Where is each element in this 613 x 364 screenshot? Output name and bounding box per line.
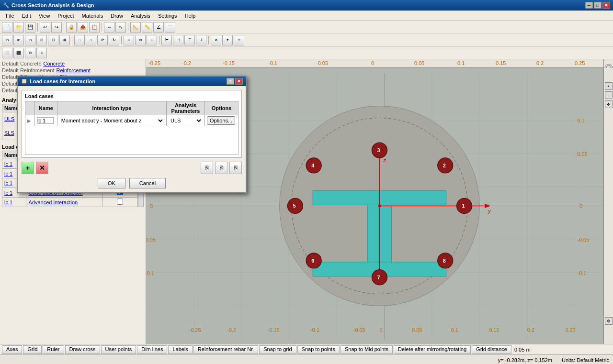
- labels-button[interactable]: Labels: [168, 345, 192, 354]
- dialog-close-button[interactable]: ✕: [235, 78, 243, 85]
- menu-analysis[interactable]: Analysis: [127, 12, 154, 20]
- tb2-btn17[interactable]: ⊥: [196, 35, 206, 45]
- lc-row4-type[interactable]: Advanced interaction: [26, 198, 102, 207]
- snap-mid-button[interactable]: Snap to Mid points: [341, 345, 393, 354]
- dialog-cancel-button[interactable]: Cancel: [129, 178, 166, 188]
- lc-row4-checkbox[interactable]: [117, 199, 123, 205]
- tb2-btn11[interactable]: ⊕: [124, 35, 134, 45]
- undo-button[interactable]: ↩: [40, 22, 50, 33]
- new-button[interactable]: 📄: [2, 22, 12, 33]
- open-button[interactable]: 📁: [13, 22, 24, 33]
- tb2-btn14[interactable]: ⊢: [161, 35, 172, 45]
- user-points-button[interactable]: User points: [101, 345, 136, 354]
- dialog-ok-button[interactable]: OK: [98, 178, 125, 188]
- tool2-button[interactable]: ⤡: [115, 22, 126, 33]
- svg-text:z: z: [383, 157, 386, 163]
- ruler-button[interactable]: Ruler: [43, 345, 64, 354]
- tool4-button[interactable]: 📏: [142, 22, 152, 33]
- window-close-button[interactable]: ✕: [602, 2, 610, 9]
- lc-row4-name[interactable]: lc 1: [2, 198, 26, 207]
- axes-button[interactable]: Axes: [2, 345, 22, 354]
- toolbar-3: ⬜ ⬛ ⊘ ≡: [0, 47, 613, 59]
- tb2-btn16[interactable]: ⊤: [184, 35, 195, 45]
- tb3-btn3[interactable]: ⊘: [25, 48, 35, 58]
- dlg-analysis-cell: ULS SLS: [167, 115, 205, 126]
- dialog-delete-button[interactable]: ✕: [36, 162, 48, 174]
- menu-project[interactable]: Project: [54, 12, 78, 20]
- dim-lines-button[interactable]: Dim lines: [137, 345, 167, 354]
- menu-file[interactable]: File: [2, 12, 18, 20]
- grid-button[interactable]: Grid: [23, 345, 42, 354]
- tb2-btn4[interactable]: ⊞: [36, 35, 47, 45]
- dlg-row-arrow: ▶: [25, 115, 35, 126]
- zoom-in-button[interactable]: +: [605, 82, 613, 90]
- tb3-btn2[interactable]: ⬛: [13, 48, 24, 58]
- tb2-btn9[interactable]: ⟳: [97, 35, 108, 45]
- tb2-btn15[interactable]: ⊣: [173, 35, 183, 45]
- tb3-btn4[interactable]: ≡: [36, 48, 47, 58]
- dialog-body: Load cases Name Interaction type Analysi…: [18, 86, 246, 192]
- menu-settings[interactable]: Settings: [154, 12, 181, 20]
- dlg-analysis-select[interactable]: ULS SLS: [169, 117, 203, 124]
- load-cases-dialog[interactable]: 🔲 Load cases for Interaction ? ✕ Load ca…: [17, 76, 247, 193]
- menu-view[interactable]: View: [35, 12, 54, 20]
- tb2-btn18[interactable]: ✕: [211, 35, 221, 45]
- dialog-copy2-button[interactable]: ⎘: [215, 162, 227, 174]
- tb2-btn7[interactable]: ↔: [74, 35, 85, 45]
- pan-button[interactable]: ✥: [605, 100, 613, 108]
- tb2-btn10[interactable]: ↻: [109, 35, 119, 45]
- minimize-button[interactable]: ─: [585, 2, 593, 9]
- redo-button[interactable]: ↪: [51, 22, 62, 33]
- tool6-button[interactable]: ⌒: [165, 22, 175, 33]
- dlg-name-input[interactable]: [37, 117, 54, 124]
- zoom-out-button[interactable]: -: [605, 91, 613, 99]
- menu-edit[interactable]: Edit: [18, 12, 35, 20]
- tb2-btn8[interactable]: ↕: [86, 35, 96, 45]
- dlg-options-button[interactable]: Options...: [207, 116, 235, 125]
- tb2-btn3[interactable]: |n: [25, 35, 35, 45]
- settings-button[interactable]: ⚙: [605, 317, 613, 325]
- tb2-btn5[interactable]: ⊟: [48, 35, 58, 45]
- value-default-reinforcement[interactable]: Reinforcement: [56, 67, 91, 73]
- dialog-copy3-button[interactable]: ⎘: [229, 162, 242, 174]
- lock-button[interactable]: 🔒: [66, 22, 77, 33]
- tool1-button[interactable]: ↔: [104, 22, 114, 33]
- dlg-interaction-select[interactable]: Moment about y - Moment about z N - Mome…: [59, 117, 164, 124]
- grid-distance-button[interactable]: Grid distance: [472, 345, 511, 354]
- menu-draw[interactable]: Draw: [107, 12, 127, 20]
- dialog-copy1-button[interactable]: ⎘: [201, 162, 213, 174]
- maximize-button[interactable]: □: [594, 2, 602, 9]
- info-row-reinforcement: Default Reinforcement Reinforcement: [2, 67, 144, 74]
- draw-cross-button[interactable]: Draw cross: [65, 345, 100, 354]
- tb2-btn6[interactable]: ⊠: [59, 35, 70, 45]
- dialog-add-button[interactable]: +: [22, 162, 34, 174]
- snap-points-button[interactable]: Snap to points: [297, 345, 340, 354]
- export2-button[interactable]: 📋: [89, 22, 100, 33]
- tb2-btn13[interactable]: ⊙: [147, 35, 157, 45]
- svg-text:2: 2: [443, 163, 446, 168]
- tb2-btn1[interactable]: in: [2, 35, 12, 45]
- svg-text:0: 0: [371, 60, 374, 66]
- save-button[interactable]: 💾: [25, 22, 35, 33]
- export1-button[interactable]: 📤: [78, 22, 88, 33]
- tb3-btn1[interactable]: ⬜: [2, 48, 12, 58]
- tb2-btn19[interactable]: ✦: [222, 35, 233, 45]
- tool3-button[interactable]: 📐: [130, 22, 141, 33]
- tb2-btn12[interactable]: ⊗: [135, 35, 146, 45]
- grid-distance-unit: m: [526, 347, 530, 353]
- dialog-help-button[interactable]: ?: [227, 78, 234, 85]
- grid-distance-value: 0.05 m: [512, 347, 533, 353]
- snap-grid-button[interactable]: Snap to grid: [259, 345, 296, 354]
- menu-bar: File Edit View Project Materials Draw An…: [0, 11, 613, 21]
- tool5-button[interactable]: ∠: [153, 22, 164, 33]
- ruler-horizontal: -0.25 -0.2 -0.15 -0.1 -0.05 0 0.05 0.1 0…: [146, 59, 603, 68]
- delete-mirror-button[interactable]: Delete after mirroring/rotating: [394, 345, 471, 354]
- reinforcement-nr-button[interactable]: Reinforcement rebar Nr.: [193, 345, 258, 354]
- menu-materials[interactable]: Materials: [78, 12, 107, 20]
- label-default-reinforcement: Default Reinforcement: [2, 67, 54, 73]
- menu-help[interactable]: Help: [181, 12, 200, 20]
- value-default-concrete[interactable]: Concrete: [44, 61, 65, 66]
- tb2-btn20[interactable]: ✧: [234, 35, 244, 45]
- dialog-title-text: Load cases for Interaction: [30, 78, 95, 84]
- tb2-btn2[interactable]: in: [13, 35, 24, 45]
